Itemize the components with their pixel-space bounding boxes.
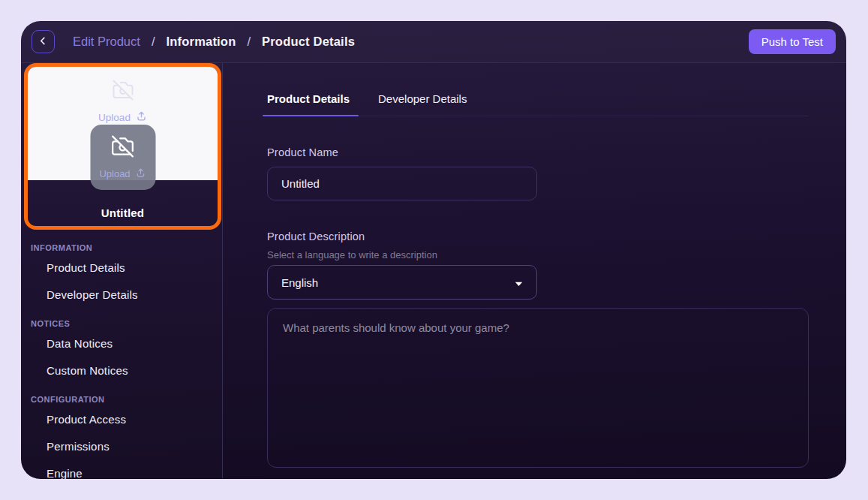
breadcrumb-separator: /	[152, 35, 155, 49]
language-select[interactable]: English	[267, 265, 537, 300]
breadcrumb: Edit Product / Information / Product Det…	[73, 35, 355, 49]
back-button[interactable]	[32, 30, 55, 53]
tile-upload-button[interactable]: Upload	[99, 167, 146, 180]
sidebar-item-permissions[interactable]: Permissions	[21, 440, 222, 453]
chevron-down-icon	[515, 276, 523, 289]
breadcrumb-product-details: Product Details	[262, 35, 355, 49]
sidebar-item-product-details[interactable]: Product Details	[21, 261, 222, 274]
tab-developer-details[interactable]: Developer Details	[378, 92, 467, 116]
product-art-upload-card[interactable]: Upload	[24, 63, 221, 230]
detail-tabs: Product Details Developer Details	[267, 92, 809, 116]
product-title: Untitled	[28, 206, 218, 219]
breadcrumb-information[interactable]: Information	[166, 35, 236, 49]
language-helper-text: Select a language to write a description	[267, 249, 809, 261]
upload-arrow-icon	[136, 110, 147, 124]
sidebar-item-engine[interactable]: Engine	[21, 467, 222, 479]
description-textarea[interactable]	[267, 308, 809, 468]
tile-upload-label: Upload	[99, 168, 130, 179]
sidebar-item-product-access[interactable]: Product Access	[21, 413, 222, 426]
breadcrumb-edit-product[interactable]: Edit Product	[73, 35, 140, 49]
top-bar: Edit Product / Information / Product Det…	[21, 21, 846, 63]
camera-off-icon	[112, 79, 134, 104]
main-content: Product Details Developer Details Produc…	[223, 63, 846, 478]
breadcrumb-separator: /	[247, 35, 251, 49]
product-description-label: Product Description	[267, 230, 809, 242]
language-selected-value: English	[281, 276, 318, 289]
banner-upload-label: Upload	[98, 112, 131, 123]
nav-section-notices: NOTICES Data Notices Custom Notices	[21, 319, 222, 377]
back-chevron-icon	[39, 36, 47, 47]
product-name-label: Product Name	[267, 146, 809, 158]
tab-product-details[interactable]: Product Details	[267, 92, 350, 116]
sidebar-item-developer-details[interactable]: Developer Details	[21, 288, 222, 301]
sidebar: Upload	[21, 63, 222, 478]
banner-upload-button[interactable]: Upload	[98, 110, 147, 124]
nav-section-information: INFORMATION Product Details Developer De…	[21, 243, 222, 301]
icon-upload-tile[interactable]: Upload	[90, 125, 155, 190]
sidebar-item-data-notices[interactable]: Data Notices	[21, 337, 222, 350]
camera-off-icon	[111, 134, 135, 161]
push-to-test-button[interactable]: Push to Test	[749, 29, 836, 54]
nav-section-title: INFORMATION	[21, 243, 222, 252]
nav-section-title: NOTICES	[21, 319, 222, 328]
window-body: Upload	[21, 63, 846, 478]
upload-arrow-icon	[136, 167, 146, 180]
nav-section-title: CONFIGURATION	[21, 395, 222, 404]
nav-section-configuration: CONFIGURATION Product Access Permissions…	[21, 395, 222, 479]
sidebar-divider	[222, 63, 223, 478]
app-window: Edit Product / Information / Product Det…	[21, 21, 846, 479]
product-name-input[interactable]	[267, 167, 537, 200]
sidebar-item-custom-notices[interactable]: Custom Notices	[21, 364, 222, 377]
